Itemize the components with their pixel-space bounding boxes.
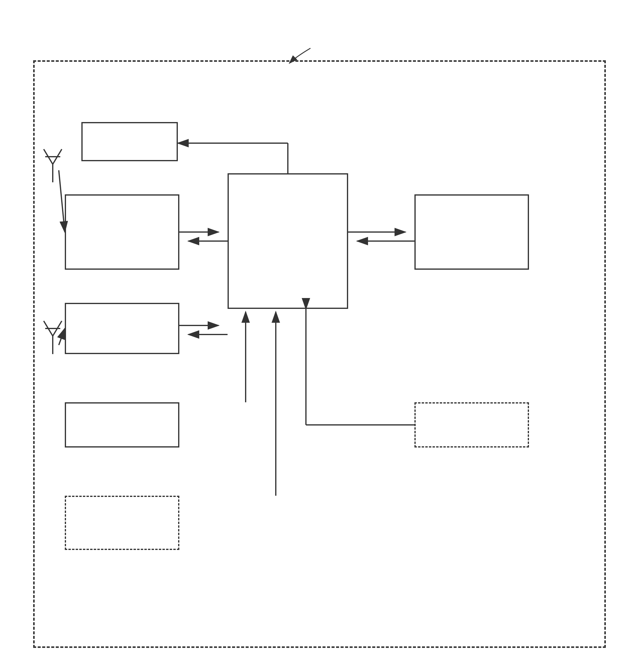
ref-700-arrow-svg bbox=[271, 39, 362, 69]
gps-box bbox=[65, 303, 179, 354]
sensor-box bbox=[65, 402, 179, 448]
antenna-bottom-svg bbox=[41, 315, 65, 357]
additional-sensors-box bbox=[65, 496, 179, 550]
processor-box bbox=[228, 173, 348, 309]
wireless-box bbox=[65, 194, 179, 270]
rfid-tag-box bbox=[33, 60, 606, 648]
rfid-antenna-box bbox=[414, 194, 529, 270]
display-box bbox=[81, 122, 178, 161]
antenna-top-svg bbox=[41, 143, 65, 185]
sensor-selector-box bbox=[414, 402, 529, 448]
